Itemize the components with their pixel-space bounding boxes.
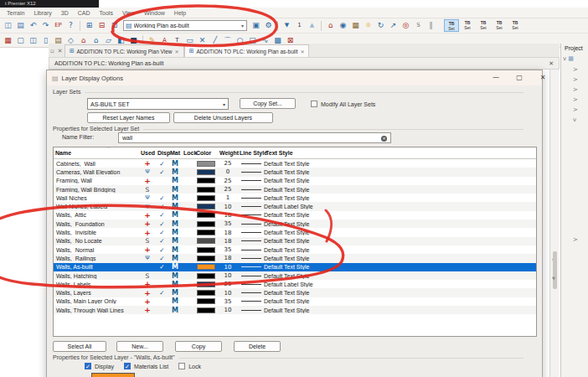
text-style-cell[interactable]: Default Text Style [264,195,370,201]
ep-tool-icon[interactable]: EP [53,20,64,31]
text-style-cell[interactable]: Default Text Style [264,161,370,167]
tree-expander-icon[interactable]: > [573,86,578,93]
home-icon[interactable]: ⌂ [325,20,336,31]
display-check-icon[interactable]: ✓ [156,194,168,202]
dialog-maximize-button[interactable]: ▢ [513,73,526,83]
table-row[interactable]: Walls, No LocateS✓M18Default Text Style [54,237,536,245]
weight-cell[interactable]: 10 [218,264,238,271]
tree-expander-icon[interactable]: v [563,55,566,62]
reset-layer-names-button[interactable]: Reset Layer Names [87,112,170,123]
wall-tool-icon[interactable]: ▦ [3,35,13,46]
camera-view-icon[interactable]: ⊡ [109,20,120,31]
display-check-icon[interactable]: ✓ [156,246,168,254]
color-swatch-cell[interactable] [194,307,218,313]
copy-button[interactable]: Copy [175,341,222,352]
color-swatch-cell[interactable] [194,169,218,175]
materials-cell[interactable]: M [168,203,182,210]
panel-float-icon[interactable]: ▫ [50,48,54,54]
menu-3d[interactable]: 3D [61,10,69,16]
table-row[interactable]: Walls, Labels+M25Default Label Style [54,280,536,288]
line-style-cell[interactable] [238,189,264,190]
line-style-cell[interactable] [238,180,264,181]
menu-cad[interactable]: CAD [78,10,90,16]
tree-node-4[interactable]: > [573,86,578,93]
tree-node-6[interactable]: > [573,106,578,113]
layer-checkbox-materials-list[interactable]: ✓Materials List [124,363,168,369]
panel-close-icon[interactable]: ✕ [58,48,63,54]
weight-cell[interactable]: 35 [218,220,238,227]
tab-close-icon[interactable]: ✕ [175,49,179,54]
weight-cell[interactable]: 35 [218,246,238,253]
color-swatch-cell[interactable] [194,212,218,218]
materials-icon[interactable]: ▦ [350,20,361,31]
line-style-cell[interactable] [238,240,264,241]
plan-view-icon[interactable]: ⊞ [84,20,95,31]
text-style-cell[interactable]: Default Text Style [264,298,370,304]
text-style-cell[interactable]: Default Text Style [264,221,370,227]
table-row[interactable]: Walls, Foundation+✓M35Default Text Style [54,219,536,228]
menu-help[interactable]: Help [174,10,186,16]
materials-cell[interactable]: M [168,246,182,254]
window-tool-icon[interactable]: ◫ [28,35,39,46]
color-swatch-cell[interactable] [194,256,218,261]
line-style-cell[interactable] [238,266,264,267]
materials-cell[interactable]: M [168,237,182,245]
table-row[interactable]: Framing, Wall BridgingSM25Default Text S… [54,185,536,194]
tree-node-2[interactable]: > [573,66,578,73]
view-close-icon[interactable]: ✕ [549,60,554,67]
weight-cell[interactable]: 25 [218,281,238,287]
column-header-name[interactable]: Name [54,150,139,156]
weight-cell[interactable]: 1 [218,194,238,201]
color-swatch-cell[interactable] [194,281,218,287]
menu-tools[interactable]: Tools [100,10,113,16]
cabinet-icon[interactable]: ▤ [15,20,26,31]
column-header-color[interactable]: Color [194,150,218,156]
column-header-used[interactable]: Used [139,150,156,156]
weight-cell[interactable]: 25 [218,178,238,184]
toolbar-set-button-3[interactable]: TBSet [476,19,491,32]
color-swatch-cell[interactable] [194,247,218,253]
tree-expander-icon[interactable]: v [573,116,576,123]
display-check-icon[interactable]: ✓ [156,203,168,210]
render-view-icon[interactable]: ◉ [338,20,348,31]
text-style-cell[interactable]: Default Text Style [264,187,370,193]
line-style-cell[interactable] [238,224,264,225]
delete-button[interactable]: Delete [234,341,281,352]
layer-set-dropdown[interactable]: AS-BUILT SET ▾ [87,98,229,110]
view-tab-2[interactable]: ⊞ADDITION TO PLC: Working Plan as-built✕ [184,44,310,57]
layer-checkbox-display[interactable]: ✓Display [85,363,114,369]
table-row[interactable]: Walls, Main Layer Only+M35Default Text S… [54,297,536,306]
table-row[interactable]: Walls, Normal+✓M35Default Text Style [54,245,536,254]
weight-cell[interactable]: 25 [218,160,238,167]
delete-unused-layers-button[interactable]: Delete Unused Layers [173,112,273,123]
toolbar-set-button-2[interactable]: TBSet [460,19,475,32]
display-check-icon[interactable]: ✓ [156,255,168,262]
materials-cell[interactable]: M [168,281,182,288]
text-style-cell[interactable]: Default Text Style [264,212,370,218]
display-check-icon[interactable]: ✓ [156,160,168,168]
materials-cell[interactable]: M [168,194,182,202]
text-style-cell[interactable]: Default Label Style [264,281,370,287]
weight-cell[interactable]: 18 [218,255,238,261]
layer-table-header[interactable]: ^NameUsedDispMatLockColorWeightLine Styl… [54,147,536,159]
materials-cell[interactable]: M [168,307,182,314]
table-row[interactable]: Walls, As-built✓M10Default Text Style [54,263,536,271]
tab-close-icon[interactable]: ✕ [300,49,304,54]
display-check-icon[interactable]: ✓ [156,237,168,245]
saved-plan-dropdown[interactable]: ▤ Working Plan as-built ▾ [123,20,247,31]
checkbox-unchecked-icon[interactable] [178,363,185,369]
weight-cell[interactable]: 10 [218,307,238,313]
column-header-text-style[interactable]: Text Style [264,150,370,156]
materials-cell[interactable]: M [168,255,182,262]
text-style-cell[interactable]: Default Text Style [264,178,370,183]
text-style-cell[interactable]: Default Text Style [264,273,370,279]
weight-cell[interactable]: 10 [218,204,238,210]
scrollbar-thumb[interactable] [553,251,557,289]
select-all-button[interactable]: Select All [53,341,106,352]
menu-library[interactable]: Library [34,10,51,16]
color-swatch-cell[interactable] [194,290,218,296]
weight-cell[interactable]: 0 [218,168,238,175]
edit-layers-icon[interactable]: ▣ [250,20,261,31]
text-style-cell[interactable]: Default Text Style [264,264,370,270]
column-header-lock[interactable]: Lock [182,150,194,156]
